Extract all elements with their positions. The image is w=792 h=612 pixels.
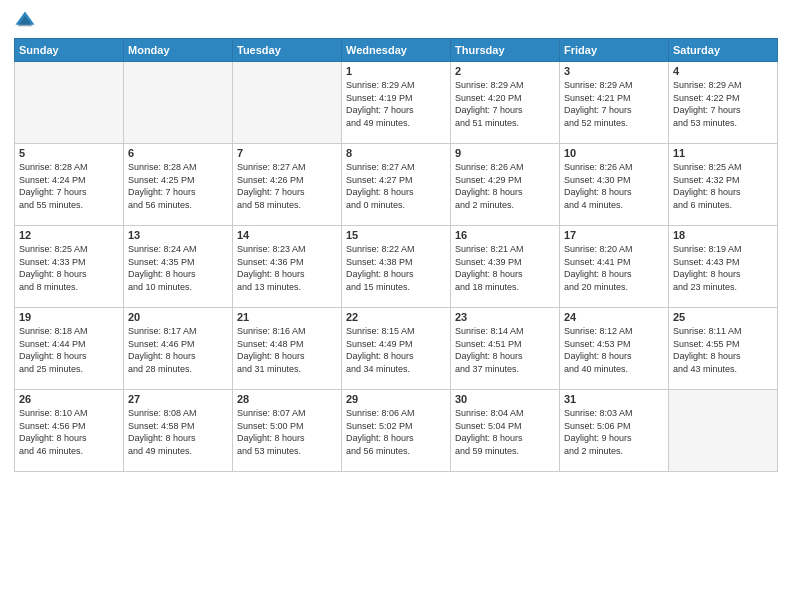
day-info: Sunrise: 8:27 AM Sunset: 4:27 PM Dayligh… [346, 161, 446, 211]
calendar-cell: 8Sunrise: 8:27 AM Sunset: 4:27 PM Daylig… [342, 144, 451, 226]
day-info: Sunrise: 8:27 AM Sunset: 4:26 PM Dayligh… [237, 161, 337, 211]
day-info: Sunrise: 8:16 AM Sunset: 4:48 PM Dayligh… [237, 325, 337, 375]
day-info: Sunrise: 8:29 AM Sunset: 4:22 PM Dayligh… [673, 79, 773, 129]
logo [14, 10, 40, 32]
day-number: 21 [237, 311, 337, 323]
calendar-cell: 13Sunrise: 8:24 AM Sunset: 4:35 PM Dayli… [124, 226, 233, 308]
day-info: Sunrise: 8:29 AM Sunset: 4:19 PM Dayligh… [346, 79, 446, 129]
day-number: 30 [455, 393, 555, 405]
day-number: 29 [346, 393, 446, 405]
day-info: Sunrise: 8:25 AM Sunset: 4:32 PM Dayligh… [673, 161, 773, 211]
day-info: Sunrise: 8:07 AM Sunset: 5:00 PM Dayligh… [237, 407, 337, 457]
day-number: 18 [673, 229, 773, 241]
calendar-cell: 12Sunrise: 8:25 AM Sunset: 4:33 PM Dayli… [15, 226, 124, 308]
calendar-cell: 2Sunrise: 8:29 AM Sunset: 4:20 PM Daylig… [451, 62, 560, 144]
calendar-cell: 21Sunrise: 8:16 AM Sunset: 4:48 PM Dayli… [233, 308, 342, 390]
day-info: Sunrise: 8:12 AM Sunset: 4:53 PM Dayligh… [564, 325, 664, 375]
calendar-week: 5Sunrise: 8:28 AM Sunset: 4:24 PM Daylig… [15, 144, 778, 226]
calendar-cell: 10Sunrise: 8:26 AM Sunset: 4:30 PM Dayli… [560, 144, 669, 226]
day-header: Monday [124, 39, 233, 62]
calendar-cell: 20Sunrise: 8:17 AM Sunset: 4:46 PM Dayli… [124, 308, 233, 390]
calendar-cell: 7Sunrise: 8:27 AM Sunset: 4:26 PM Daylig… [233, 144, 342, 226]
day-info: Sunrise: 8:26 AM Sunset: 4:30 PM Dayligh… [564, 161, 664, 211]
day-info: Sunrise: 8:19 AM Sunset: 4:43 PM Dayligh… [673, 243, 773, 293]
day-number: 22 [346, 311, 446, 323]
day-header: Thursday [451, 39, 560, 62]
day-number: 13 [128, 229, 228, 241]
calendar-cell: 22Sunrise: 8:15 AM Sunset: 4:49 PM Dayli… [342, 308, 451, 390]
day-number: 31 [564, 393, 664, 405]
calendar-cell: 4Sunrise: 8:29 AM Sunset: 4:22 PM Daylig… [669, 62, 778, 144]
calendar-cell [233, 62, 342, 144]
calendar-table: SundayMondayTuesdayWednesdayThursdayFrid… [14, 38, 778, 472]
day-header: Sunday [15, 39, 124, 62]
calendar-cell: 23Sunrise: 8:14 AM Sunset: 4:51 PM Dayli… [451, 308, 560, 390]
day-number: 3 [564, 65, 664, 77]
day-number: 9 [455, 147, 555, 159]
calendar-cell: 3Sunrise: 8:29 AM Sunset: 4:21 PM Daylig… [560, 62, 669, 144]
day-info: Sunrise: 8:20 AM Sunset: 4:41 PM Dayligh… [564, 243, 664, 293]
calendar-cell: 5Sunrise: 8:28 AM Sunset: 4:24 PM Daylig… [15, 144, 124, 226]
day-info: Sunrise: 8:25 AM Sunset: 4:33 PM Dayligh… [19, 243, 119, 293]
calendar-cell: 27Sunrise: 8:08 AM Sunset: 4:58 PM Dayli… [124, 390, 233, 472]
day-info: Sunrise: 8:22 AM Sunset: 4:38 PM Dayligh… [346, 243, 446, 293]
calendar-cell: 19Sunrise: 8:18 AM Sunset: 4:44 PM Dayli… [15, 308, 124, 390]
calendar-cell: 11Sunrise: 8:25 AM Sunset: 4:32 PM Dayli… [669, 144, 778, 226]
calendar-cell: 30Sunrise: 8:04 AM Sunset: 5:04 PM Dayli… [451, 390, 560, 472]
calendar-cell: 24Sunrise: 8:12 AM Sunset: 4:53 PM Dayli… [560, 308, 669, 390]
calendar-cell: 9Sunrise: 8:26 AM Sunset: 4:29 PM Daylig… [451, 144, 560, 226]
logo-icon [14, 10, 36, 32]
calendar-week: 12Sunrise: 8:25 AM Sunset: 4:33 PM Dayli… [15, 226, 778, 308]
day-info: Sunrise: 8:24 AM Sunset: 4:35 PM Dayligh… [128, 243, 228, 293]
day-info: Sunrise: 8:03 AM Sunset: 5:06 PM Dayligh… [564, 407, 664, 457]
calendar-cell: 28Sunrise: 8:07 AM Sunset: 5:00 PM Dayli… [233, 390, 342, 472]
calendar-week: 26Sunrise: 8:10 AM Sunset: 4:56 PM Dayli… [15, 390, 778, 472]
day-info: Sunrise: 8:04 AM Sunset: 5:04 PM Dayligh… [455, 407, 555, 457]
day-number: 14 [237, 229, 337, 241]
calendar-cell: 29Sunrise: 8:06 AM Sunset: 5:02 PM Dayli… [342, 390, 451, 472]
day-info: Sunrise: 8:06 AM Sunset: 5:02 PM Dayligh… [346, 407, 446, 457]
day-number: 19 [19, 311, 119, 323]
calendar-cell [15, 62, 124, 144]
day-number: 4 [673, 65, 773, 77]
day-info: Sunrise: 8:29 AM Sunset: 4:21 PM Dayligh… [564, 79, 664, 129]
day-number: 24 [564, 311, 664, 323]
day-info: Sunrise: 8:17 AM Sunset: 4:46 PM Dayligh… [128, 325, 228, 375]
day-number: 1 [346, 65, 446, 77]
day-info: Sunrise: 8:28 AM Sunset: 4:25 PM Dayligh… [128, 161, 228, 211]
calendar-week: 1Sunrise: 8:29 AM Sunset: 4:19 PM Daylig… [15, 62, 778, 144]
day-number: 28 [237, 393, 337, 405]
day-header: Saturday [669, 39, 778, 62]
day-info: Sunrise: 8:28 AM Sunset: 4:24 PM Dayligh… [19, 161, 119, 211]
day-info: Sunrise: 8:15 AM Sunset: 4:49 PM Dayligh… [346, 325, 446, 375]
day-number: 16 [455, 229, 555, 241]
calendar-cell: 17Sunrise: 8:20 AM Sunset: 4:41 PM Dayli… [560, 226, 669, 308]
day-number: 20 [128, 311, 228, 323]
day-number: 26 [19, 393, 119, 405]
calendar-cell: 16Sunrise: 8:21 AM Sunset: 4:39 PM Dayli… [451, 226, 560, 308]
header-row: SundayMondayTuesdayWednesdayThursdayFrid… [15, 39, 778, 62]
day-number: 8 [346, 147, 446, 159]
calendar-cell: 26Sunrise: 8:10 AM Sunset: 4:56 PM Dayli… [15, 390, 124, 472]
day-info: Sunrise: 8:21 AM Sunset: 4:39 PM Dayligh… [455, 243, 555, 293]
day-info: Sunrise: 8:18 AM Sunset: 4:44 PM Dayligh… [19, 325, 119, 375]
day-number: 23 [455, 311, 555, 323]
day-number: 25 [673, 311, 773, 323]
day-number: 17 [564, 229, 664, 241]
day-number: 10 [564, 147, 664, 159]
day-number: 2 [455, 65, 555, 77]
day-number: 7 [237, 147, 337, 159]
calendar-cell: 14Sunrise: 8:23 AM Sunset: 4:36 PM Dayli… [233, 226, 342, 308]
calendar-cell [124, 62, 233, 144]
day-info: Sunrise: 8:26 AM Sunset: 4:29 PM Dayligh… [455, 161, 555, 211]
day-info: Sunrise: 8:11 AM Sunset: 4:55 PM Dayligh… [673, 325, 773, 375]
calendar-cell: 25Sunrise: 8:11 AM Sunset: 4:55 PM Dayli… [669, 308, 778, 390]
header [14, 10, 778, 32]
page: SundayMondayTuesdayWednesdayThursdayFrid… [0, 0, 792, 612]
day-header: Tuesday [233, 39, 342, 62]
day-number: 11 [673, 147, 773, 159]
calendar-cell [669, 390, 778, 472]
day-number: 15 [346, 229, 446, 241]
calendar-week: 19Sunrise: 8:18 AM Sunset: 4:44 PM Dayli… [15, 308, 778, 390]
day-info: Sunrise: 8:14 AM Sunset: 4:51 PM Dayligh… [455, 325, 555, 375]
